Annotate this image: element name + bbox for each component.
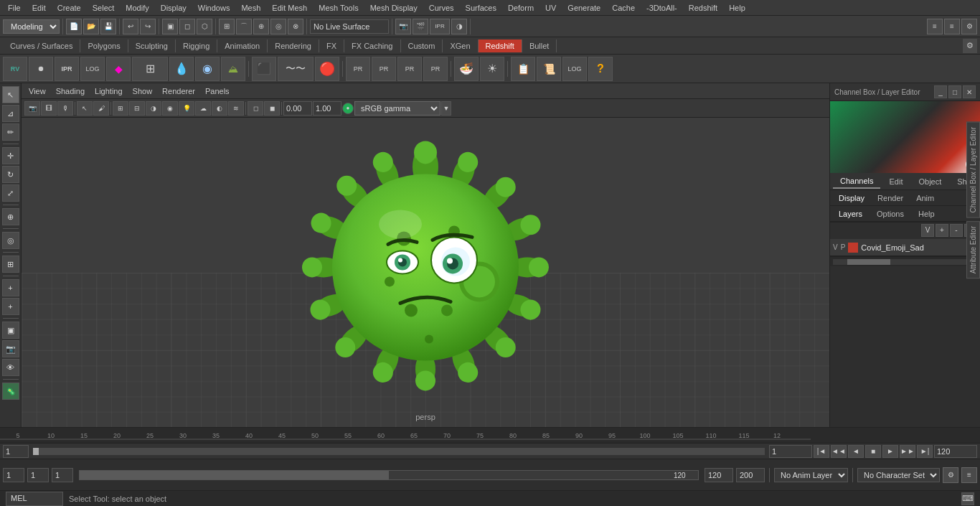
cb-tab-channels[interactable]: Channels: [833, 174, 880, 189]
cb-close-btn[interactable]: ✕: [963, 85, 976, 98]
display-button[interactable]: ◑: [451, 19, 467, 34]
menu-help[interactable]: Help: [724, 2, 750, 14]
shelf-tab-rendering[interactable]: Rendering: [268, 39, 319, 52]
go-to-end-btn[interactable]: ►|: [917, 445, 933, 458]
menu-redshift[interactable]: Redshift: [684, 2, 722, 14]
channel-box-toggle[interactable]: ≡: [927, 19, 943, 34]
viewport-menu-shading[interactable]: Shading: [52, 85, 89, 97]
snap-magnet-button[interactable]: ⊗: [288, 19, 303, 34]
tool-settings-toggle[interactable]: ⚙: [961, 19, 977, 34]
step-back-btn[interactable]: ◄◄: [831, 445, 847, 458]
camera-tool-button[interactable]: 📷: [2, 340, 19, 357]
snap-to-surface-button[interactable]: ◎: [270, 19, 286, 34]
vp-shaded-btn[interactable]: ◑: [146, 101, 161, 116]
snap-to-grid-button[interactable]: ⊞: [219, 19, 235, 34]
menu-edit[interactable]: Edit: [27, 2, 51, 14]
shelf-icon-sun[interactable]: ☀: [480, 57, 504, 81]
cb-subtab-display[interactable]: Display: [833, 192, 870, 204]
shelf-tab-curves-surfaces[interactable]: Curves / Surfaces: [3, 39, 80, 52]
shelf-icon-mountain[interactable]: ⛰: [221, 57, 245, 81]
shelf-tab-fx-caching[interactable]: FX Caching: [344, 39, 400, 52]
menu-mesh-tools[interactable]: Mesh Tools: [314, 2, 363, 14]
playback-max-field[interactable]: [736, 468, 765, 482]
menu-surfaces[interactable]: Surfaces: [461, 2, 501, 14]
shelf-icon-grid[interactable]: ⊞: [132, 57, 168, 81]
layer-row[interactable]: V P Covid_Emoji_Sad: [830, 239, 980, 256]
shelf-icon-rv[interactable]: RV: [3, 57, 27, 81]
script-editor-btn[interactable]: ⌨: [961, 492, 974, 505]
step-fwd-btn[interactable]: ►►: [900, 445, 915, 458]
cb-subtab-render[interactable]: Render: [872, 192, 909, 204]
save-scene-button[interactable]: 💾: [100, 19, 116, 34]
render-region-button[interactable]: ▣: [2, 322, 19, 339]
char-set-dropdown[interactable]: No Character Set: [857, 468, 940, 482]
isolate-button[interactable]: 👁: [2, 359, 19, 376]
frame-slider-thumb[interactable]: [33, 448, 39, 455]
edge-tab-channel-box[interactable]: Channel Box / Layer Editor: [966, 122, 980, 218]
menu-windows[interactable]: Windows: [193, 2, 235, 14]
no-live-surface-input[interactable]: [310, 19, 389, 34]
select-by-object-button[interactable]: ◻: [179, 19, 195, 34]
soft-modification[interactable]: ◎: [2, 232, 19, 249]
viewport-menu-lighting[interactable]: Lighting: [90, 85, 127, 97]
scale-tool-button[interactable]: ⤢: [2, 184, 19, 202]
frame-slider[interactable]: [33, 448, 765, 455]
menu-deform[interactable]: Deform: [503, 2, 539, 14]
go-to-start-btn[interactable]: |◄: [814, 445, 829, 458]
viewport-menu-renderer[interactable]: Renderer: [158, 85, 199, 97]
shelf-tab-xgen[interactable]: XGen: [443, 39, 478, 52]
menu-curves[interactable]: Curves: [424, 2, 459, 14]
anim-range-field[interactable]: [52, 468, 73, 482]
shelf-icon-pr4[interactable]: PR: [423, 57, 448, 81]
cb-tab-object[interactable]: Object: [911, 175, 948, 188]
vp-lights-btn[interactable]: 💡: [179, 101, 194, 116]
layer-remove-btn[interactable]: -: [950, 224, 963, 237]
redo-button[interactable]: ↪: [140, 19, 156, 34]
select-by-component-button[interactable]: ⬡: [197, 19, 212, 34]
vp-color-mgmt-btn[interactable]: ●: [342, 103, 354, 114]
undo-button[interactable]: ↩: [123, 19, 138, 34]
menu-mesh[interactable]: Mesh: [236, 2, 265, 14]
gamma-dropdown[interactable]: sRGB gamma: [354, 101, 440, 116]
shelf-icon-drop[interactable]: 💧: [169, 57, 194, 81]
new-scene-button[interactable]: 📄: [66, 19, 82, 34]
layer-subtab-options[interactable]: Options: [871, 208, 910, 220]
vp-mic-btn[interactable]: 🎙: [57, 101, 73, 116]
shelf-icon-spiral[interactable]: 🔴: [315, 57, 339, 81]
shelf-tab-fx[interactable]: FX: [319, 39, 344, 52]
vp-grid-btn[interactable]: ⊞: [113, 101, 128, 116]
shelf-icon-diamond[interactable]: ◆: [106, 57, 131, 81]
shelf-icon-ipr[interactable]: IPR: [55, 57, 79, 81]
vp-aa-btn[interactable]: ≋: [228, 101, 244, 116]
play-back-btn[interactable]: ◄: [848, 445, 864, 458]
cb-minimize-btn[interactable]: _: [934, 85, 947, 98]
vp-paint-btn[interactable]: 🖌: [93, 101, 109, 116]
vp-scale-value[interactable]: [313, 101, 341, 116]
shelf-icon-wiggly[interactable]: 〜〜: [278, 57, 314, 81]
move-tool-button[interactable]: ✛: [2, 147, 19, 164]
playback-frame-input[interactable]: [3, 445, 29, 458]
select-tool-button[interactable]: ↖: [2, 86, 19, 103]
snap-points-button[interactable]: +: [2, 279, 19, 296]
shelf-icon-pr1[interactable]: PR: [346, 57, 370, 81]
channel-box-scrollbar[interactable]: [830, 256, 980, 266]
workspace-dropdown[interactable]: Modeling: [3, 19, 60, 34]
snap-curves-button[interactable]: +: [2, 298, 19, 315]
vp-hdr-dropdown[interactable]: ▼: [441, 101, 451, 116]
camera-button[interactable]: 📷: [395, 19, 411, 34]
shelf-tab-rigging[interactable]: Rigging: [176, 39, 217, 52]
stop-btn[interactable]: ■: [865, 445, 881, 458]
menu-modify[interactable]: Modify: [121, 2, 154, 14]
shelf-tab-polygons[interactable]: Polygons: [80, 39, 128, 52]
vp-resolution-btn[interactable]: ◼: [264, 101, 280, 116]
mel-lang-indicator[interactable]: MEL: [6, 492, 63, 506]
char-set-more-btn[interactable]: ≡: [961, 467, 977, 483]
vp-textured-btn[interactable]: ◉: [162, 101, 178, 116]
play-fwd-btn[interactable]: ►: [882, 445, 898, 458]
shelf-icon-log2[interactable]: LOG: [562, 57, 587, 81]
timeline[interactable]: 5 10 15 20 25 30 35 40 45 50 55 60 65 70…: [0, 427, 980, 443]
range-end-input[interactable]: [934, 445, 977, 458]
frame-start-field[interactable]: [3, 468, 24, 482]
vp-shadows-btn[interactable]: ☁: [195, 101, 211, 116]
cb-subtab-anim[interactable]: Anim: [910, 192, 940, 204]
